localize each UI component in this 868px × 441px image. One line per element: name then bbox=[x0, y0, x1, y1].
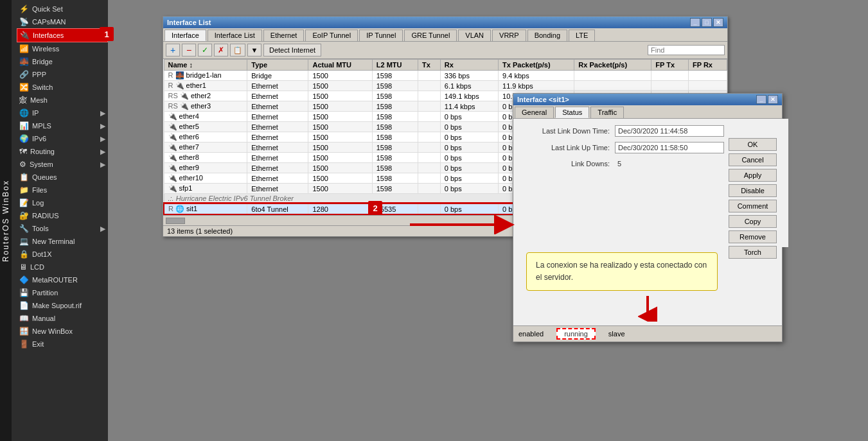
sidebar-item-mpls[interactable]: 📊 MPLS ▶ bbox=[17, 119, 108, 132]
detect-internet-button[interactable]: Detect Internet bbox=[263, 44, 321, 56]
cancel-button[interactable]: Cancel bbox=[729, 153, 777, 166]
col-tx-pkt[interactable]: Tx Packet(p/s) bbox=[499, 60, 574, 71]
table-row[interactable]: R 🌉 bridge1-lan Bridge15001598336 bps9.4… bbox=[164, 71, 727, 81]
sidebar-item-interfaces[interactable]: 🔌 Interfaces bbox=[17, 28, 108, 42]
col-actual-mtu[interactable]: Actual MTU bbox=[308, 60, 372, 71]
enable-button[interactable]: ✓ bbox=[198, 44, 212, 56]
ip-icon: 🌐 bbox=[19, 108, 29, 117]
link-downs-value: 5 bbox=[615, 159, 724, 169]
system-icon: ⚙ bbox=[19, 160, 26, 169]
add-icon: + bbox=[170, 45, 175, 55]
sidebar-item-quick-set[interactable]: ⚡ Quick Set bbox=[17, 3, 108, 15]
horizontal-scrollbar[interactable] bbox=[166, 218, 185, 224]
last-link-down-row: Last Link Down Time: bbox=[520, 125, 724, 137]
last-link-up-label: Last Link Up Time: bbox=[520, 144, 610, 151]
sidebar-item-manual[interactable]: 📖 Manual bbox=[17, 312, 108, 325]
tab-status[interactable]: Status bbox=[555, 107, 589, 118]
tab-interface[interactable]: Interface bbox=[164, 30, 206, 41]
tab-lte[interactable]: LTE bbox=[569, 30, 595, 41]
interface-list-titlebar: Interface List _ □ ✕ bbox=[163, 17, 727, 28]
sidebar-item-mesh[interactable]: 🕸 Mesh bbox=[17, 94, 108, 107]
add-button[interactable]: + bbox=[166, 44, 180, 56]
sidebar-item-exit[interactable]: 🚪 Exit bbox=[17, 338, 108, 350]
sidebar-item-lcd[interactable]: 🖥 LCD bbox=[17, 261, 108, 273]
comment-button[interactable]: Comment bbox=[729, 200, 777, 212]
sidebar-item-queues[interactable]: 📋 Queues bbox=[17, 171, 108, 184]
tab-gre-tunnel[interactable]: GRE Tunnel bbox=[404, 30, 457, 41]
detail-close-button[interactable]: ✕ bbox=[768, 95, 778, 104]
sidebar-item-routing[interactable]: 🗺 Routing ▶ bbox=[17, 145, 108, 158]
sidebar-item-partition[interactable]: 💾 Partition bbox=[17, 286, 108, 299]
sidebar-item-wireless[interactable]: 📶 Wireless bbox=[17, 42, 108, 55]
col-l2-mtu[interactable]: L2 MTU bbox=[372, 60, 418, 71]
window-controls: _ □ ✕ bbox=[690, 18, 723, 27]
tab-ethernet[interactable]: Ethernet bbox=[263, 30, 305, 41]
status-slave: slave bbox=[608, 330, 625, 338]
sidebar-item-ppp[interactable]: 🔗 PPP bbox=[17, 68, 108, 81]
sidebar-item-metarouter[interactable]: 🔷 MetaROUTER bbox=[17, 273, 108, 286]
tab-bonding[interactable]: Bonding bbox=[527, 30, 567, 41]
tab-vrrp[interactable]: VRRP bbox=[492, 30, 526, 41]
lcd-icon: 🖥 bbox=[19, 263, 27, 272]
detail-status-bar: enabled running slave bbox=[513, 325, 782, 342]
copy-toolbar-button[interactable]: 📋 bbox=[230, 44, 245, 56]
last-link-down-value[interactable] bbox=[615, 125, 724, 137]
mpls-icon: 📊 bbox=[19, 121, 29, 130]
col-name[interactable]: Name ↕ bbox=[164, 60, 247, 71]
sidebar-item-files[interactable]: 📁 Files bbox=[17, 184, 108, 196]
sidebar-item-radius[interactable]: 🔐 RADIUS bbox=[17, 209, 108, 222]
ok-button[interactable]: OK bbox=[729, 138, 777, 151]
remove-button[interactable]: Remove bbox=[729, 230, 777, 243]
sidebar-item-ip[interactable]: 🌐 IP ▶ bbox=[17, 107, 108, 119]
sidebar-item-new-winbox[interactable]: 🪟 New WinBox bbox=[17, 325, 108, 338]
minimize-button[interactable]: _ bbox=[690, 18, 700, 27]
down-arrow-container bbox=[513, 296, 782, 322]
tab-general[interactable]: General bbox=[515, 107, 554, 118]
tab-traffic[interactable]: Traffic bbox=[590, 107, 624, 118]
maximize-button[interactable]: □ bbox=[702, 18, 712, 27]
exit-icon: 🚪 bbox=[19, 340, 29, 349]
wireless-icon: 📶 bbox=[19, 44, 29, 53]
sidebar-item-bridge[interactable]: 🌉 Bridge bbox=[17, 55, 108, 68]
disable-toolbar-button[interactable]: ✗ bbox=[214, 44, 228, 56]
badge-2: 2 bbox=[368, 201, 382, 215]
sidebar-item-capsman[interactable]: 📡 CAPsMAN bbox=[17, 15, 108, 28]
last-link-up-value[interactable] bbox=[615, 142, 724, 153]
col-type[interactable]: Type bbox=[247, 60, 308, 71]
detail-title: Interface <sit1> bbox=[517, 96, 569, 103]
tab-bar: Interface Interface List Ethernet EoIP T… bbox=[163, 28, 727, 42]
apply-button[interactable]: Apply bbox=[729, 169, 777, 182]
detail-minimize-button[interactable]: _ bbox=[756, 95, 766, 104]
tools-icon: 🔧 bbox=[19, 224, 29, 233]
col-rx-pkt[interactable]: Rx Packet(p/s) bbox=[574, 60, 651, 71]
link-downs-label: Link Downs: bbox=[520, 160, 610, 168]
sidebar-item-dot1x[interactable]: 🔒 Dot1X bbox=[17, 248, 108, 261]
find-input[interactable] bbox=[648, 45, 725, 55]
sidebar-item-new-terminal[interactable]: 💻 New Terminal bbox=[17, 235, 108, 248]
sidebar-item-switch[interactable]: 🔀 Switch bbox=[17, 81, 108, 94]
filter-button[interactable]: ▼ bbox=[247, 44, 261, 56]
col-fp-rx[interactable]: FP Rx bbox=[689, 60, 727, 71]
sidebar-item-log[interactable]: 📝 Log bbox=[17, 196, 108, 209]
ipv6-icon: 🌍 bbox=[19, 134, 29, 143]
col-fp-tx[interactable]: FP Tx bbox=[651, 60, 689, 71]
col-rx[interactable]: Rx bbox=[440, 60, 498, 71]
sidebar-item-ipv6[interactable]: 🌍 IPv6 ▶ bbox=[17, 132, 108, 145]
table-row[interactable]: R 🔌 ether1 Ethernet150015986.1 kbps11.9 … bbox=[164, 81, 727, 91]
sidebar-item-tools[interactable]: 🔧 Tools ▶ bbox=[17, 222, 108, 235]
remove-toolbar-button[interactable]: − bbox=[182, 44, 196, 56]
sidebar-item-make-supout[interactable]: 📄 Make Supout.rif bbox=[17, 299, 108, 312]
torch-button[interactable]: Torch bbox=[729, 246, 777, 259]
close-button[interactable]: ✕ bbox=[713, 18, 723, 27]
down-arrow bbox=[638, 296, 657, 322]
col-tx[interactable]: Tx bbox=[418, 60, 440, 71]
sidebar-item-system[interactable]: ⚙ System ▶ bbox=[17, 158, 108, 171]
disable-button[interactable]: Disable bbox=[729, 184, 777, 197]
copy-button[interactable]: Copy bbox=[729, 215, 777, 228]
metarouter-icon: 🔷 bbox=[19, 275, 29, 284]
mesh-icon: 🕸 bbox=[19, 96, 27, 105]
tab-vlan[interactable]: VLAN bbox=[458, 30, 491, 41]
tab-ip-tunnel[interactable]: IP Tunnel bbox=[359, 30, 403, 41]
tab-interface-list[interactable]: Interface List bbox=[208, 30, 262, 41]
tab-eoip-tunnel[interactable]: EoIP Tunnel bbox=[305, 30, 358, 41]
